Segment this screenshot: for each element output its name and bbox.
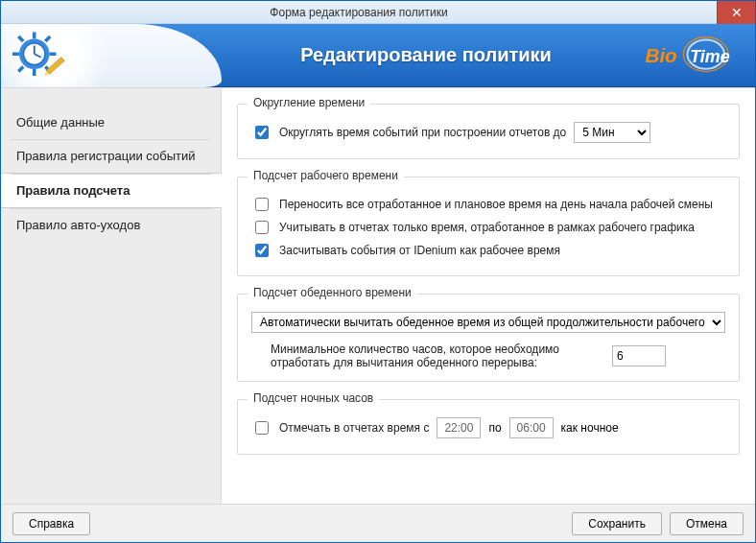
round-events-checkbox[interactable] [255,126,269,139]
lunch-hours-input[interactable] [612,345,666,366]
night-post-text: как ночное [561,421,619,435]
close-icon: ✕ [731,5,743,20]
group-rounding: Округление времени Округлять время событ… [237,104,740,159]
brand-logo: Bio Time [630,35,755,77]
sidebar-item-auto-leave[interactable]: Правило авто-уходов [1,208,221,242]
svg-rect-1 [33,32,36,38]
round-events-text: Округлять время событий при построении о… [279,126,566,139]
body: Общие данные Правила регистрации событий… [1,87,755,504]
sidebar-item-counting-rules[interactable]: Правила подсчета [1,173,222,208]
round-events-checkbox-label[interactable]: Округлять время событий при построении о… [251,123,566,142]
svg-rect-4 [50,52,57,56]
sidebar-item-label: Правила регистрации событий [16,149,196,163]
sidebar: Общие данные Правила регистрации событий… [1,88,222,504]
lunch-hours-label: Минимальное количество часов, которое не… [271,342,597,369]
sidebar-item-label: Правила подсчета [16,183,130,198]
close-button[interactable]: ✕ [717,1,755,24]
titlebar: Форма редактирования политики ✕ [1,1,755,24]
group-worktime-title: Подсчет рабочего времени [248,169,404,182]
within-schedule-checkbox[interactable] [255,221,269,234]
svg-rect-5 [17,35,24,41]
svg-rect-7 [44,35,51,41]
banner-icon-area [1,24,222,87]
carry-over-checkbox-label[interactable]: Переносить все отработанное и плановое в… [251,195,713,214]
idenium-text: Засчитывать события от IDenium как рабоч… [279,244,560,257]
sidebar-item-label: Общие данные [16,115,105,130]
svg-rect-8 [17,65,24,72]
biotime-logo-icon: Bio Time [640,35,745,77]
banner: Редактирование политики Bio Time [1,24,755,87]
sidebar-item-common[interactable]: Общие данные [1,106,221,139]
group-worktime: Подсчет рабочего времени Переносить все … [237,177,740,276]
svg-rect-2 [33,69,36,76]
idenium-checkbox-label[interactable]: Засчитывать события от IDenium как рабоч… [251,241,560,260]
gear-clock-icon [12,29,66,83]
within-schedule-checkbox-label[interactable]: Учитывать в отчетах только время, отрабо… [251,218,695,237]
night-to-input[interactable] [509,417,554,438]
carry-over-text: Переносить все отработанное и плановое в… [279,198,713,211]
carry-over-checkbox[interactable] [255,198,269,211]
banner-heading: Редактирование политики [222,44,630,66]
round-interval-select[interactable]: 5 Мин [574,122,650,143]
idenium-checkbox[interactable] [255,244,269,257]
group-night: Подсчет ночных часов Отмечать в отчетах … [237,399,740,455]
mark-night-pre: Отмечать в отчетах время с [279,421,429,435]
group-lunch: Подсчет обеденного времени Автоматически… [237,294,740,382]
group-rounding-title: Округление времени [248,96,370,109]
night-from-input[interactable] [437,417,481,438]
window: Форма редактирования политики ✕ [0,0,756,543]
group-lunch-title: Подсчет обеденного времени [248,286,417,299]
window-title: Форма редактирования политики [1,6,717,19]
lunch-mode-select[interactable]: Автоматически вычитать обеденное время и… [251,312,725,333]
save-button[interactable]: Сохранить [572,512,662,535]
sidebar-item-label: Правило авто-уходов [16,218,140,232]
footer: Справка Сохранить Отмена [1,504,755,542]
night-mid-text: по [488,421,501,435]
mark-night-checkbox-label[interactable]: Отмечать в отчетах время с [251,418,429,437]
group-night-title: Подсчет ночных часов [248,391,379,405]
main-panel: Округление времени Округлять время событ… [222,88,755,504]
svg-rect-3 [12,52,19,56]
sidebar-item-registration-rules[interactable]: Правила регистрации событий [1,139,221,173]
cancel-button[interactable]: Отмена [670,512,744,535]
svg-text:Bio: Bio [646,43,677,65]
help-button[interactable]: Справка [12,512,90,535]
svg-text:Time: Time [690,46,729,65]
within-schedule-text: Учитывать в отчетах только время, отрабо… [279,221,695,234]
mark-night-checkbox[interactable] [255,421,269,435]
